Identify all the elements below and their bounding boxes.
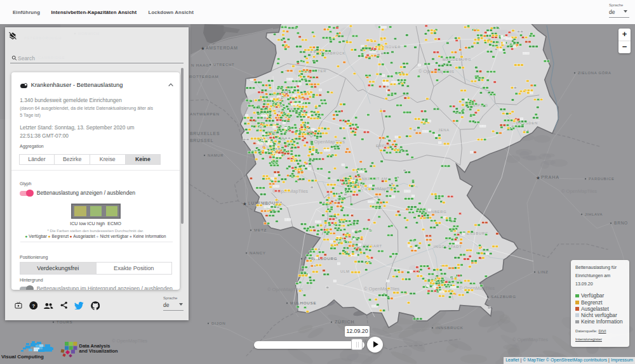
svg-text:JENA: JENA <box>438 128 450 132</box>
svg-text:BRUXELLES: BRUXELLES <box>190 131 220 136</box>
svg-text:ULM: ULM <box>340 270 350 273</box>
svg-text:?: ? <box>32 302 35 308</box>
svg-text:ANTWERPEN: ANTWERPEN <box>190 112 220 116</box>
svg-text:ZÜRICH: ZÜRICH <box>335 320 354 324</box>
svg-text:BRNO: BRNO <box>614 221 628 225</box>
svg-text:METZ: METZ <box>254 228 267 232</box>
svg-text:DIJON: DIJON <box>211 321 226 325</box>
svg-text:Visual Computing: Visual Computing <box>1 354 44 360</box>
svg-text:★: ★ <box>201 46 205 51</box>
svg-text:BRUSSEL: BRUSSEL <box>190 138 213 143</box>
svg-text:★: ★ <box>243 201 247 207</box>
svg-text:TOURS: TOURS <box>57 320 73 324</box>
svg-text:MULHOUSE: MULHOUSE <box>290 301 316 305</box>
svg-text:AMSTERDAM: AMSTERDAM <box>206 46 238 50</box>
svg-text:SALZBURG: SALZBURG <box>491 294 516 299</box>
svg-text:N HAAG: N HAAG <box>191 63 210 67</box>
svg-text:© OpenMapTiles: © OpenMapTiles <box>561 188 597 194</box>
svg-text:NAMUR: NAMUR <box>208 153 224 157</box>
svg-text:© OpenMapTiles: © OpenMapTiles <box>512 337 548 342</box>
svg-text:PARDUBICE: PARDUBICE <box>589 177 615 181</box>
svg-text:JIHLAVA: JIHLAVA <box>585 212 603 216</box>
svg-text:ROTTERDAM: ROTTERDAM <box>189 74 218 79</box>
svg-text:NANCY: NANCY <box>250 250 266 255</box>
svg-text:PRAHA: PRAHA <box>541 174 559 180</box>
svg-text:★: ★ <box>536 175 540 181</box>
svg-text:INGOLSTADT: INGOLSTADT <box>434 245 462 249</box>
svg-text:© OpenMapTiles: © OpenMapTiles <box>364 286 399 292</box>
svg-text:and Visualization: and Visualization <box>79 348 119 354</box>
svg-text:UTRECHT: UTRECHT <box>213 63 234 67</box>
svg-text:© OpenMapTiles: © OpenMapTiles <box>267 287 303 292</box>
svg-text:LINZ: LINZ <box>538 270 549 274</box>
svg-text:ZIELONA GÓRA: ZIELONA GÓRA <box>578 71 612 75</box>
svg-text:INNSBRUCK: INNSBRUCK <box>436 325 464 330</box>
